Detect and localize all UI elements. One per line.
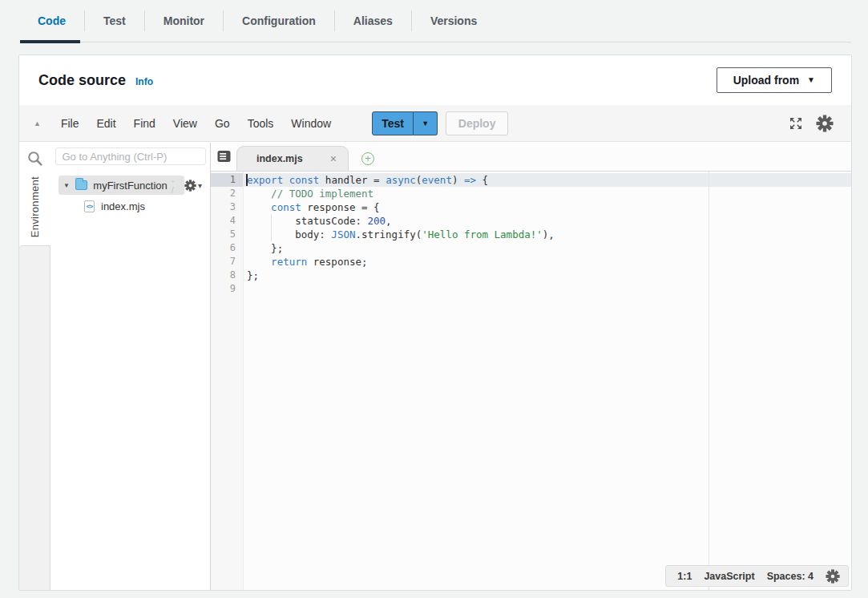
line-number[interactable]: 5 [211, 228, 243, 241]
tree-folder-selection: ▼ myFirstFunction - / [59, 176, 184, 195]
tab-configuration[interactable]: Configuration [224, 0, 334, 42]
tab-test[interactable]: Test [85, 0, 144, 42]
function-nav-tabs: Code Test Monitor Configuration Aliases … [0, 0, 868, 42]
menu-go[interactable]: Go [206, 117, 239, 130]
tab-monitor[interactable]: Monitor [145, 0, 223, 42]
code-source-panel: Code source Info Upload from ▼ ▲ File Ed… [18, 55, 852, 591]
editor-tab-indexmjs[interactable]: index.mjs × [236, 146, 349, 171]
search-icon[interactable] [19, 143, 50, 167]
menu-window[interactable]: Window [282, 117, 340, 130]
tree-file-row[interactable]: <> index.mjs [50, 196, 210, 216]
tab-aliases[interactable]: Aliases [335, 0, 411, 42]
code-line[interactable] [247, 282, 555, 296]
tab-code[interactable]: Code [19, 0, 84, 42]
collapse-menubar-icon[interactable]: ▲ [34, 119, 41, 127]
settings-gear-icon[interactable] [816, 115, 834, 132]
gear-caret-icon: ▾ [198, 181, 202, 190]
code-lines: export const handler = async(event) => {… [247, 173, 555, 296]
new-tab-icon[interactable]: + [361, 152, 374, 165]
code-line[interactable]: const response = { [247, 200, 555, 214]
folder-disclosure-icon[interactable]: ▼ [63, 182, 70, 189]
tab-list-icon[interactable] [217, 150, 231, 166]
ide-left-strip: Environment [19, 143, 50, 590]
code-line[interactable]: export const handler = async(event) => { [247, 173, 555, 187]
editor-column: index.mjs × + 123456789 export const han… [211, 143, 851, 590]
menu-find[interactable]: Find [125, 117, 164, 130]
menu-file[interactable]: File [52, 117, 88, 130]
line-number[interactable]: 2 [211, 187, 243, 200]
js-file-icon: <> [84, 200, 95, 212]
line-number[interactable]: 3 [211, 200, 243, 214]
text-cursor [246, 174, 248, 186]
lambda-console-page: Code Test Monitor Configuration Aliases … [0, 0, 868, 598]
tab-versions[interactable]: Versions [412, 0, 495, 42]
left-strip-filler [19, 245, 50, 590]
line-number-gutter[interactable]: 123456789 [211, 172, 244, 590]
menu-view[interactable]: View [164, 117, 206, 130]
folder-icon [75, 180, 87, 190]
ide-body: Environment ▼ myFirstFunction - / [19, 143, 851, 590]
fullscreen-icon[interactable] [789, 116, 803, 131]
print-margin-line [709, 172, 709, 590]
line-number[interactable]: 9 [211, 282, 243, 296]
code-line[interactable]: // TODO implement [247, 187, 555, 200]
line-number[interactable]: 6 [211, 241, 243, 255]
status-gear-icon[interactable] [826, 569, 840, 584]
line-number[interactable]: 4 [211, 214, 243, 228]
folder-name: myFirstFunction [93, 180, 167, 192]
environment-label: Environment [29, 176, 41, 237]
code-editor[interactable]: 123456789 export const handler = async(e… [211, 172, 851, 590]
file-name: index.mjs [101, 200, 145, 212]
tree-folder-row[interactable]: ▼ myFirstFunction - / [50, 176, 210, 195]
editor-tab-title: index.mjs [256, 153, 327, 164]
panel-title: Code source [38, 72, 126, 89]
info-link[interactable]: Info [135, 76, 153, 87]
ide-menubar: ▲ File Edit Find View Go Tools Window Te… [19, 105, 851, 142]
folder-path-suffix: - / [172, 176, 178, 195]
test-dropdown-button[interactable]: ▼ [414, 111, 438, 135]
code-line[interactable]: statusCode: 200, [247, 214, 555, 228]
close-tab-icon[interactable]: × [327, 152, 340, 165]
code-line[interactable]: }; [247, 269, 555, 282]
indentation-setting[interactable]: Spaces: 4 [767, 571, 813, 582]
chevron-down-icon: ▼ [807, 76, 815, 84]
file-tree-panel: ▼ myFirstFunction - / [50, 143, 211, 590]
cursor-position[interactable]: 1:1 [677, 571, 692, 582]
upload-from-label: Upload from [733, 74, 799, 87]
code-line[interactable]: body: JSON.stringify('Hello from Lambda!… [247, 228, 555, 241]
code-source-header: Code source Info Upload from ▼ [19, 55, 851, 105]
language-mode[interactable]: JavaScript [704, 571, 754, 582]
tree-settings-gear-icon[interactable]: ▾ [184, 180, 202, 192]
editor-status-bar: 1:1 JavaScript Spaces: 4 [665, 565, 849, 587]
nav-divider [20, 42, 851, 42]
editor-tab-strip: index.mjs × + [211, 143, 851, 172]
goto-anything-input[interactable] [55, 147, 206, 165]
code-line[interactable]: return response; [247, 255, 555, 269]
menu-tools[interactable]: Tools [239, 117, 283, 130]
line-number[interactable]: 7 [211, 255, 243, 269]
line-number[interactable]: 1 [211, 173, 243, 187]
test-split-button: Test ▼ [372, 111, 438, 135]
menu-edit[interactable]: Edit [87, 117, 124, 130]
line-number[interactable]: 8 [211, 269, 243, 282]
deploy-button[interactable]: Deploy [446, 111, 508, 135]
active-tab-underline [20, 40, 80, 43]
code-line[interactable]: }; [247, 241, 555, 255]
test-button[interactable]: Test [372, 111, 414, 135]
upload-from-button[interactable]: Upload from ▼ [717, 67, 832, 93]
toolbar-right-icons [789, 115, 837, 132]
environment-tab[interactable]: Environment [19, 169, 50, 245]
